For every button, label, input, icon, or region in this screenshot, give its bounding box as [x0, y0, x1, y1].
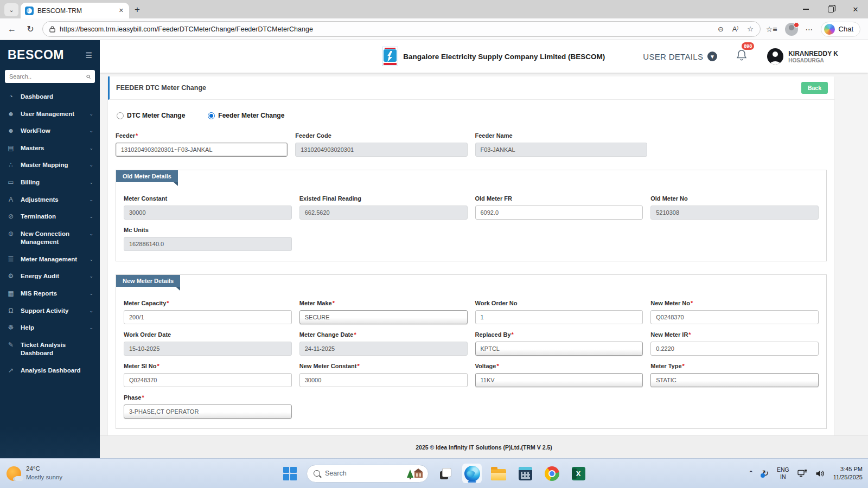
- required-asterisk: *: [512, 331, 514, 338]
- user-details-dropdown[interactable]: USER DETAILS ▼: [643, 52, 717, 61]
- field-replaced-by: Replaced By*KPTCL: [475, 331, 643, 356]
- sidebar-item-label: Support Activity: [21, 307, 84, 316]
- field-work-order-no: Work Order No1: [475, 300, 643, 324]
- start-button[interactable]: [280, 464, 299, 483]
- tab-strip: ⌄ BESCOM-TRM ✕ + ✕: [0, 0, 868, 18]
- window-restore-button[interactable]: [818, 0, 843, 18]
- favorites-bar-icon[interactable]: ☆≡: [766, 25, 777, 34]
- chrome-button[interactable]: [542, 464, 561, 483]
- select-meter-type[interactable]: STATIC: [650, 373, 819, 387]
- input-feeder[interactable]: 1310204903020301~F03-JANKAL: [116, 143, 288, 157]
- weather-widget[interactable]: 24°C Mostly sunny: [7, 465, 62, 481]
- refresh-icon[interactable]: ↻: [24, 24, 37, 34]
- user-icon: ☻: [7, 110, 15, 119]
- back-button[interactable]: Back: [801, 82, 828, 94]
- sidebar-item-dashboard[interactable]: ◔Dashboard: [0, 88, 100, 106]
- chevron-down-icon: ⌄: [89, 255, 93, 262]
- tray-expand-icon[interactable]: ⌃: [748, 470, 754, 477]
- page-title: FEEDER DTC Meter Change: [116, 84, 206, 92]
- excel-button[interactable]: X: [569, 464, 588, 483]
- field-new-meter-constant: New Meter Constant*30000: [299, 363, 468, 387]
- sidebar-nav: ◔Dashboard☻User Management⌄☻WorkFlow⌄▤Ma…: [0, 88, 100, 379]
- file-explorer-button[interactable]: [489, 464, 508, 483]
- taskbar-clock[interactable]: 3:45 PM 11/25/2025: [833, 465, 863, 482]
- sidebar-item-mis-reports[interactable]: ▦MIS Reports⌄: [0, 285, 100, 303]
- user-location: HOSADURGA: [788, 57, 838, 63]
- folder-icon: [491, 469, 506, 480]
- address-bar[interactable]: https://bescom.trm.ieasybill.com/FeederD…: [42, 21, 761, 37]
- favorite-star-icon[interactable]: ☆: [747, 25, 754, 33]
- new-tab-button[interactable]: +: [135, 4, 140, 15]
- radio-feeder-meter-change[interactable]: Feeder Meter Change: [208, 112, 284, 119]
- browser-profile-avatar[interactable]: [785, 23, 798, 36]
- sidebar-item-analysis-dashboard[interactable]: ↗Analysis Dashboard: [0, 362, 100, 380]
- copilot-chat-label: Chat: [839, 25, 853, 33]
- sidebar-item-meter-management[interactable]: ☰Meter Management⌄: [0, 251, 100, 268]
- line-chart-icon: ↗: [7, 367, 15, 375]
- input-work-order-no[interactable]: 1: [475, 310, 643, 324]
- select-meter-make[interactable]: SECURE: [299, 310, 468, 324]
- radio-dtc-meter-change[interactable]: DTC Meter Change: [117, 112, 185, 119]
- copilot-icon: [824, 24, 835, 35]
- select-replaced-by[interactable]: KPTCL: [475, 342, 643, 356]
- sidebar-item-user-management[interactable]: ☻User Management⌄: [0, 106, 100, 123]
- field-old-meter-no: Old Meter No5210308: [650, 195, 819, 220]
- read-aloud-icon[interactable]: A): [732, 25, 738, 33]
- edge-icon: [464, 466, 480, 481]
- sidebar-item-ticket-analysis-dashboard[interactable]: ✎Ticket Analysis Dashboard: [0, 337, 100, 362]
- sidebar-item-masters[interactable]: ▤Masters⌄: [0, 140, 100, 157]
- browser-toolbar: ← ↻ https://bescom.trm.ieasybill.com/Fee…: [0, 18, 868, 40]
- window-minimize-button[interactable]: [793, 0, 818, 18]
- input-new-meter-ir[interactable]: 0.2220: [650, 342, 819, 356]
- sidebar-search[interactable]: [5, 70, 95, 83]
- notifications-button[interactable]: 898: [736, 49, 748, 64]
- select-phase[interactable]: 3-PHASE,CT OPERATOR: [124, 404, 292, 419]
- field-label-existed-final-reading: Existed Final Reading: [299, 195, 468, 202]
- tab-close-icon[interactable]: ✕: [118, 7, 125, 14]
- plus-circle-icon: ⊕: [7, 230, 15, 239]
- network-icon[interactable]: [797, 469, 807, 478]
- tab-search-button[interactable]: ⌄: [4, 3, 18, 16]
- sidebar-search-input[interactable]: [9, 73, 86, 80]
- gauge-icon: ◔: [7, 93, 15, 101]
- select-voltage[interactable]: 11KV: [475, 373, 643, 387]
- sidebar-item-adjustments[interactable]: AAdjustments⌄: [0, 191, 100, 209]
- window-close-button[interactable]: ✕: [843, 0, 868, 18]
- layers-icon: ▤: [7, 144, 15, 153]
- sidebar-item-workflow[interactable]: ☻WorkFlow⌄: [0, 123, 100, 140]
- taskbar-search[interactable]: Search: [307, 465, 429, 483]
- input-old-meter-fr[interactable]: 6092.0: [475, 206, 643, 220]
- more-options-icon[interactable]: ⋯: [806, 25, 813, 34]
- sidebar-item-termination[interactable]: ⊘Termination⌄: [0, 208, 100, 226]
- bell-icon: [736, 49, 748, 62]
- sidebar-item-help[interactable]: ☸Help⌄: [0, 319, 100, 337]
- task-view-button[interactable]: [436, 464, 455, 483]
- copilot-chat-button[interactable]: Chat: [821, 22, 860, 37]
- seasonal-decoration-icon: [407, 470, 423, 478]
- calculator-button[interactable]: [515, 464, 535, 483]
- required-asterisk: *: [691, 300, 693, 306]
- sidebar-item-master-mapping[interactable]: ∴Master Mapping⌄: [0, 157, 100, 174]
- edge-taskbar-button[interactable]: [462, 464, 482, 483]
- input-new-meter-no[interactable]: Q0248370: [650, 310, 819, 324]
- sidebar-item-new-connection-management[interactable]: ⊕New Connection Management⌄: [0, 226, 100, 251]
- field-label-feeder: Feeder*: [116, 132, 288, 139]
- sidebar-item-billing[interactable]: ▭Billing⌄: [0, 174, 100, 191]
- sidebar-item-energy-audit[interactable]: ⚙Energy Audit⌄: [0, 268, 100, 285]
- input-meter-sl-no[interactable]: Q0248370: [124, 373, 292, 387]
- language-indicator[interactable]: ENG IN: [777, 466, 789, 480]
- zoom-out-icon[interactable]: ⊖: [718, 25, 724, 33]
- user-profile[interactable]: KIRANREDDY K HOSADURGA: [767, 48, 838, 65]
- input-new-meter-constant[interactable]: 30000: [299, 373, 468, 387]
- sidebar-item-support-activity[interactable]: ΩSupport Activity⌄: [0, 303, 100, 320]
- bescom-logo-icon: [382, 47, 398, 66]
- input-meter-capacity[interactable]: 200/1: [124, 310, 292, 324]
- volume-icon[interactable]: [815, 470, 825, 478]
- back-icon[interactable]: ←: [5, 24, 18, 34]
- search-icon: [314, 470, 320, 477]
- sidebar-toggle-icon[interactable]: ☰: [85, 51, 92, 60]
- browser-tab[interactable]: BESCOM-TRM ✕: [21, 3, 129, 18]
- field-label-new-meter-constant: New Meter Constant*: [299, 363, 468, 369]
- sync-status-icon[interactable]: ↻: [762, 468, 769, 478]
- field-feeder-name: Feeder NameF03-JANKAL: [475, 132, 647, 157]
